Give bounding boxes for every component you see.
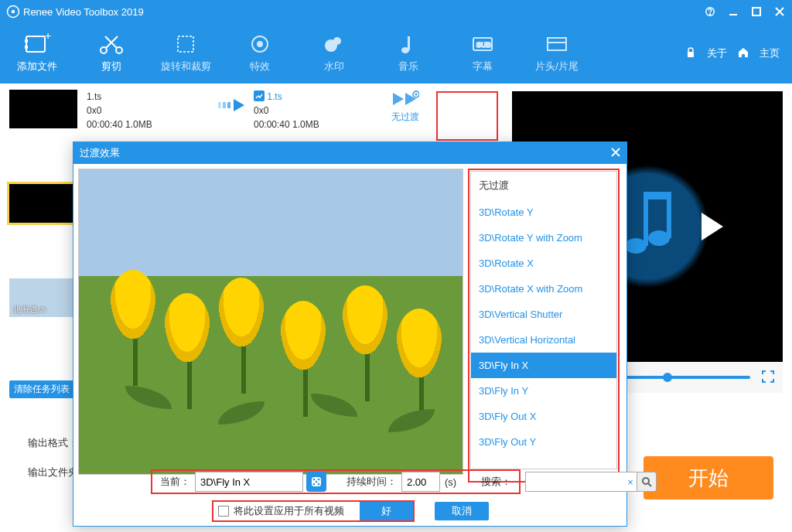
- lock-icon[interactable]: [685, 47, 696, 60]
- tool-rotate-crop[interactable]: 旋转和裁剪: [148, 33, 223, 73]
- thumbnail: [9, 184, 77, 223]
- transition-preview: [78, 169, 463, 475]
- svg-rect-25: [223, 102, 226, 108]
- arrow-icon: [210, 90, 254, 121]
- cancel-button[interactable]: 取消: [435, 502, 489, 520]
- transition-list[interactable]: 无过渡3D\Rotate Y3D\Rotate Y with Zoom3D\Ro…: [470, 171, 617, 469]
- transition-button[interactable]: 无过渡: [377, 90, 433, 124]
- svg-point-40: [643, 478, 649, 484]
- search-icon[interactable]: [637, 472, 657, 492]
- app-logo-icon: [6, 5, 20, 19]
- titlebar: Renee Video Toolbox 2019: [0, 0, 792, 23]
- close-icon[interactable]: [773, 5, 786, 18]
- tool-label: 字幕: [473, 60, 493, 73]
- file-row[interactable]: 1.ts0x000:00:40 1.0MB 1.ts 0x000:00:40 1…: [9, 90, 495, 136]
- svg-rect-30: [644, 200, 648, 246]
- svg-point-3: [709, 14, 710, 15]
- subtitle-icon: SUB: [469, 33, 497, 56]
- clear-task-list-button[interactable]: 清除任务列表: [9, 380, 74, 398]
- output-folder-label: 输出文件夹: [28, 466, 78, 479]
- home-link[interactable]: 主页: [760, 46, 780, 60]
- svg-point-10: [101, 47, 107, 53]
- thumbnail: 北海道の: [9, 278, 77, 317]
- output-settings: 输出格式： 输出文件夹: [28, 436, 78, 495]
- dialog-title: 过渡效果: [80, 146, 120, 160]
- transition-option[interactable]: 3D\Fly Out X: [471, 404, 616, 429]
- crop-icon: [172, 33, 200, 56]
- thumbnail: [9, 90, 77, 128]
- transition-option[interactable]: 3D\Rotate Y with Zoom: [471, 225, 616, 251]
- svg-rect-18: [408, 36, 410, 50]
- current-label: 当前：: [155, 475, 195, 489]
- transition-option[interactable]: 3D\Rotate X: [471, 251, 616, 276]
- transition-option[interactable]: 3D\Rotate Y: [471, 200, 616, 225]
- close-icon[interactable]: [611, 148, 620, 159]
- svg-rect-8: [25, 46, 28, 49]
- svg-rect-7: [25, 39, 28, 43]
- svg-point-38: [313, 483, 316, 486]
- add-file-icon: +: [23, 33, 51, 56]
- svg-point-31: [648, 230, 670, 246]
- tool-label: 剪切: [101, 60, 121, 73]
- clear-search-icon[interactable]: ×: [627, 476, 633, 488]
- app-title: Renee Video Toolbox 2019: [23, 6, 704, 18]
- dest-meta: 1.ts 0x000:00:40 1.0MB: [254, 90, 377, 131]
- dice-icon[interactable]: [306, 472, 326, 492]
- svg-rect-23: [688, 52, 694, 57]
- current-input[interactable]: [195, 472, 303, 492]
- maximize-icon[interactable]: [750, 5, 763, 18]
- home-icon[interactable]: [738, 47, 749, 60]
- dialog-titlebar: 过渡效果: [73, 142, 626, 164]
- apply-all-checkbox[interactable]: [218, 506, 229, 517]
- transition-option[interactable]: 3D\Vertical Horizontal: [471, 327, 616, 353]
- about-link[interactable]: 关于: [707, 46, 727, 60]
- tool-label: 特效: [250, 60, 270, 73]
- svg-rect-12: [178, 36, 193, 52]
- tool-label: 水印: [324, 60, 344, 73]
- music-icon: [394, 33, 422, 56]
- svg-point-16: [333, 37, 341, 45]
- headtail-icon: [543, 33, 571, 56]
- duration-label: 持续时间：: [342, 475, 401, 489]
- transition-option[interactable]: 无过渡: [471, 172, 616, 200]
- tool-music[interactable]: 音乐: [371, 33, 446, 73]
- output-format-label: 输出格式：: [28, 436, 78, 450]
- tool-label: 片头/片尾: [535, 60, 579, 73]
- svg-point-36: [318, 479, 320, 481]
- svg-rect-26: [227, 102, 230, 108]
- search-input[interactable]: [525, 472, 641, 492]
- fullscreen-icon[interactable]: [761, 370, 775, 386]
- apply-all-label: 将此设置应用于所有视频: [234, 504, 352, 518]
- svg-point-29: [625, 238, 647, 254]
- duration-unit: (s): [440, 476, 461, 488]
- transition-option[interactable]: 3D\Fly In Y: [471, 378, 616, 404]
- tool-head-tail[interactable]: 片头/片尾: [520, 33, 594, 73]
- tool-cut[interactable]: 剪切: [74, 33, 148, 73]
- svg-text:SUB: SUB: [476, 41, 491, 49]
- search-label: 搜索：: [476, 475, 516, 489]
- duration-input[interactable]: [401, 472, 440, 492]
- scissors-icon: [97, 33, 125, 56]
- tool-label: 旋转和裁剪: [161, 60, 211, 73]
- watermark-icon: [320, 33, 348, 56]
- svg-point-14: [258, 42, 262, 46]
- transition-option[interactable]: 3D\Fly In X: [471, 353, 616, 378]
- minimize-icon[interactable]: [727, 5, 739, 18]
- help-icon[interactable]: [704, 5, 716, 18]
- svg-point-1: [12, 10, 15, 14]
- transition-icon: [391, 90, 419, 108]
- tool-effects[interactable]: 特效: [223, 33, 297, 73]
- transition-option[interactable]: 3D\Fly Out Y: [471, 429, 616, 455]
- transition-option[interactable]: 3D\Rotate X with Zoom: [471, 276, 616, 302]
- svg-rect-33: [644, 192, 671, 200]
- effects-icon: [246, 33, 274, 56]
- svg-point-39: [318, 483, 320, 486]
- tool-watermark[interactable]: 水印: [297, 33, 371, 73]
- svg-rect-21: [548, 38, 566, 50]
- svg-rect-5: [753, 8, 760, 15]
- ok-button[interactable]: 好: [360, 502, 413, 520]
- transition-option[interactable]: 3D\Vertical Shutter: [471, 302, 616, 327]
- svg-text:+: +: [45, 33, 51, 42]
- tool-add-file[interactable]: + 添加文件: [0, 33, 74, 73]
- tool-subtitle[interactable]: SUB 字幕: [446, 33, 520, 73]
